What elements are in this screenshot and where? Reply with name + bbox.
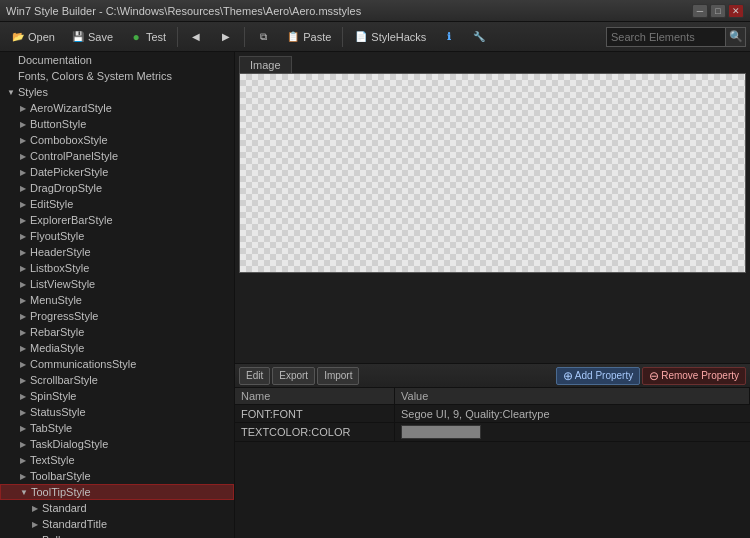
header-value: Value <box>395 388 750 404</box>
edit-button[interactable]: Edit <box>239 367 270 385</box>
tree-item-fonts-colors[interactable]: Fonts, Colors & System Metrics <box>0 68 234 84</box>
tree-arrow-FlyoutStyle: ▶ <box>16 232 30 241</box>
main-layout: DocumentationFonts, Colors & System Metr… <box>0 52 750 538</box>
tree-arrow-ScrollbarStyle: ▶ <box>16 376 30 385</box>
props-row-1[interactable]: TEXTCOLOR:COLOR <box>235 423 750 442</box>
tree-label-StandardTitle: StandardTitle <box>42 518 107 530</box>
minimize-button[interactable]: ─ <box>692 4 708 18</box>
tree-arrow-ControlPanelStyle: ▶ <box>16 152 30 161</box>
tree-arrow-EditStyle: ▶ <box>16 200 30 209</box>
paste-button[interactable]: 📋 Paste <box>279 26 338 48</box>
tree-item-ListboxStyle[interactable]: ▶ListboxStyle <box>0 260 234 276</box>
tree-label-ScrollbarStyle: ScrollbarStyle <box>30 374 98 386</box>
tree-item-MediaStyle[interactable]: ▶MediaStyle <box>0 340 234 356</box>
import-button[interactable]: Import <box>317 367 359 385</box>
remove-icon: ⊖ <box>649 369 659 383</box>
tree-item-StandardTitle[interactable]: ▶StandardTitle <box>0 516 234 532</box>
info-button[interactable]: ℹ <box>435 26 463 48</box>
tree-arrow-ProgressStyle: ▶ <box>16 312 30 321</box>
tree-item-Standard[interactable]: ▶Standard <box>0 500 234 516</box>
copy-button[interactable]: ⧉ <box>249 26 277 48</box>
tree-item-ButtonStyle[interactable]: ▶ButtonStyle <box>0 116 234 132</box>
tree-arrow-ListViewStyle: ▶ <box>16 280 30 289</box>
tree-item-ToolbarStyle[interactable]: ▶ToolbarStyle <box>0 468 234 484</box>
tree-item-RebarStyle[interactable]: ▶RebarStyle <box>0 324 234 340</box>
save-icon: 💾 <box>71 30 85 44</box>
color-swatch-1[interactable] <box>401 425 481 439</box>
tree-label-ButtonStyle: ButtonStyle <box>30 118 86 130</box>
tree-label-ListboxStyle: ListboxStyle <box>30 262 89 274</box>
tree-item-ListViewStyle[interactable]: ▶ListViewStyle <box>0 276 234 292</box>
tree-item-StatusStyle[interactable]: ▶StatusStyle <box>0 404 234 420</box>
left-panel[interactable]: DocumentationFonts, Colors & System Metr… <box>0 52 235 538</box>
tree-item-ToolTipStyle[interactable]: ▼ToolTipStyle <box>0 484 234 500</box>
tree-item-DragDropStyle[interactable]: ▶DragDropStyle <box>0 180 234 196</box>
tree-label-ToolTipStyle: ToolTipStyle <box>31 486 91 498</box>
tree-arrow-ListboxStyle: ▶ <box>16 264 30 273</box>
search-button[interactable]: 🔍 <box>726 27 746 47</box>
tree-item-HeaderStyle[interactable]: ▶HeaderStyle <box>0 244 234 260</box>
tree-item-ExplorerBarStyle[interactable]: ▶ExplorerBarStyle <box>0 212 234 228</box>
tree-item-TextStyle[interactable]: ▶TextStyle <box>0 452 234 468</box>
close-button[interactable]: ✕ <box>728 4 744 18</box>
tree-arrow-ButtonStyle: ▶ <box>16 120 30 129</box>
remove-property-button[interactable]: ⊖ Remove Property <box>642 367 746 385</box>
tools-button[interactable]: 🔧 <box>465 26 493 48</box>
tree-label-ControlPanelStyle: ControlPanelStyle <box>30 150 118 162</box>
props-value-1 <box>395 423 750 441</box>
tree-arrow-ComboboxStyle: ▶ <box>16 136 30 145</box>
tree-item-ScrollbarStyle[interactable]: ▶ScrollbarStyle <box>0 372 234 388</box>
export-button[interactable]: Export <box>272 367 315 385</box>
tree-item-CommunicationsStyle[interactable]: ▶CommunicationsStyle <box>0 356 234 372</box>
titlebar-title: Win7 Style Builder - C:\Windows\Resource… <box>6 5 361 17</box>
back-button[interactable]: ◀ <box>182 26 210 48</box>
separator-2 <box>244 27 245 47</box>
tree-item-FlyoutStyle[interactable]: ▶FlyoutStyle <box>0 228 234 244</box>
image-tab[interactable]: Image <box>239 56 292 73</box>
tree-item-MenuStyle[interactable]: ▶MenuStyle <box>0 292 234 308</box>
forward-button[interactable]: ▶ <box>212 26 240 48</box>
tree-label-ExplorerBarStyle: ExplorerBarStyle <box>30 214 113 226</box>
tree-item-AeroWizardStyle[interactable]: ▶AeroWizardStyle <box>0 100 234 116</box>
tree-arrow-AeroWizardStyle: ▶ <box>16 104 30 113</box>
open-button[interactable]: 📂 Open <box>4 26 62 48</box>
tree-item-Balloon[interactable]: ▶Balloon <box>0 532 234 538</box>
tree-label-ListViewStyle: ListViewStyle <box>30 278 95 290</box>
tree-label-MenuStyle: MenuStyle <box>30 294 82 306</box>
toolbar: 📂 Open 💾 Save ● Test ◀ ▶ ⧉ 📋 Paste 📄 Sty… <box>0 22 750 52</box>
titlebar: Win7 Style Builder - C:\Windows\Resource… <box>0 0 750 22</box>
stylehacks-button[interactable]: 📄 StyleHacks <box>347 26 433 48</box>
tree-label-FlyoutStyle: FlyoutStyle <box>30 230 84 242</box>
test-icon: ● <box>129 30 143 44</box>
tree-item-ComboboxStyle[interactable]: ▶ComboboxStyle <box>0 132 234 148</box>
test-button[interactable]: ● Test <box>122 26 173 48</box>
save-button[interactable]: 💾 Save <box>64 26 120 48</box>
tree-label-DragDropStyle: DragDropStyle <box>30 182 102 194</box>
props-row-0[interactable]: FONT:FONTSegoe UI, 9, Quality:Cleartype <box>235 405 750 423</box>
tree-arrow-MenuStyle: ▶ <box>16 296 30 305</box>
tree-item-DatePickerStyle[interactable]: ▶DatePickerStyle <box>0 164 234 180</box>
tree-label-SpinStyle: SpinStyle <box>30 390 76 402</box>
tree-item-ControlPanelStyle[interactable]: ▶ControlPanelStyle <box>0 148 234 164</box>
tree-label-EditStyle: EditStyle <box>30 198 73 210</box>
tree-item-styles[interactable]: ▼Styles <box>0 84 234 100</box>
tree-item-TabStyle[interactable]: ▶TabStyle <box>0 420 234 436</box>
tree-item-documentation[interactable]: Documentation <box>0 52 234 68</box>
tree-item-ProgressStyle[interactable]: ▶ProgressStyle <box>0 308 234 324</box>
tree-item-SpinStyle[interactable]: ▶SpinStyle <box>0 388 234 404</box>
search-input[interactable] <box>606 27 726 47</box>
tree-arrow-Standard: ▶ <box>28 504 42 513</box>
tree-label-HeaderStyle: HeaderStyle <box>30 246 91 258</box>
tree-item-EditStyle[interactable]: ▶EditStyle <box>0 196 234 212</box>
tree-label-TextStyle: TextStyle <box>30 454 75 466</box>
tree-arrow-StatusStyle: ▶ <box>16 408 30 417</box>
add-property-button[interactable]: ⊕ Add Property <box>556 367 640 385</box>
tree-label-TaskDialogStyle: TaskDialogStyle <box>30 438 108 450</box>
tree-label-ProgressStyle: ProgressStyle <box>30 310 98 322</box>
tree-arrow-TextStyle: ▶ <box>16 456 30 465</box>
back-icon: ◀ <box>189 30 203 44</box>
maximize-button[interactable]: □ <box>710 4 726 18</box>
tree-label-Standard: Standard <box>42 502 87 514</box>
tree-item-TaskDialogStyle[interactable]: ▶TaskDialogStyle <box>0 436 234 452</box>
tree-label-StatusStyle: StatusStyle <box>30 406 86 418</box>
